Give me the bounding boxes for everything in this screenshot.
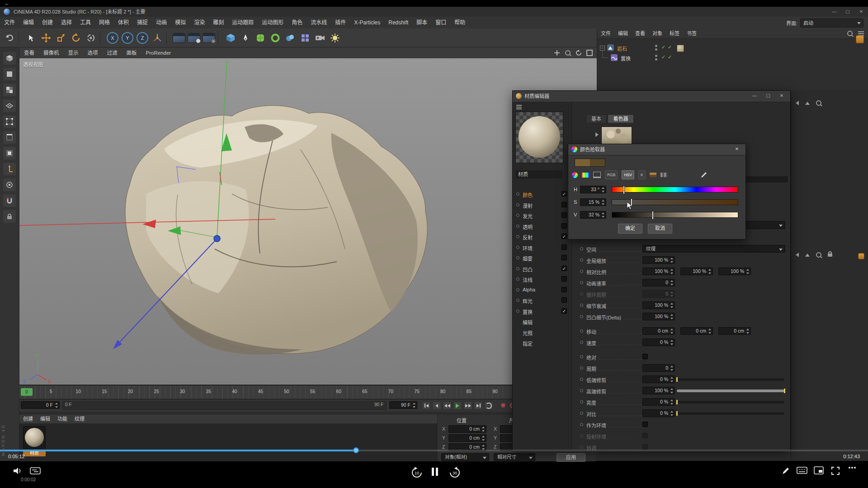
channel-checkbox[interactable]: ✓ (561, 266, 567, 271)
light-icon[interactable] (328, 31, 342, 45)
workplane-mode-icon[interactable] (3, 99, 16, 112)
shader-value-field[interactable]: 0 (642, 290, 675, 298)
options-burger-icon[interactable] (516, 104, 522, 110)
hsv-mode-button[interactable]: HSV (622, 170, 634, 179)
points-mode-icon[interactable] (3, 115, 16, 128)
main-menu-item[interactable]: 选择 (57, 17, 76, 28)
material-channel-item[interactable]: 颜色✓ (515, 189, 569, 199)
slider-knob[interactable] (676, 377, 678, 382)
material-manager-menu-item[interactable]: 纹理 (71, 414, 88, 423)
enable-check-icon[interactable]: ✓ (668, 44, 672, 50)
shader-value-field[interactable]: 0 % (642, 375, 675, 383)
material-manager-menu-item[interactable]: 编辑 (37, 414, 54, 423)
volume-builder-icon[interactable] (283, 31, 297, 45)
main-menu-item[interactable]: 工具 (76, 17, 95, 28)
lock-icon[interactable] (828, 253, 832, 257)
mixer-icon[interactable] (650, 171, 656, 178)
object-row[interactable]: 置换 ✓ ✓ (597, 53, 868, 63)
shader-property-row[interactable]: 周期0 (579, 364, 788, 373)
object-row[interactable]: − 岩石 ✓ ✓ (597, 43, 868, 53)
move-tool-icon[interactable] (39, 31, 53, 45)
channel-checkbox[interactable] (561, 287, 567, 292)
channel-checkbox[interactable]: ✓ (561, 308, 567, 314)
more-options-icon[interactable] (848, 466, 856, 469)
viewport-menu-item[interactable]: 过滤 (103, 47, 122, 58)
channel-checkbox[interactable] (561, 202, 567, 207)
end-frame-field[interactable]: 90 F (389, 401, 417, 409)
object-manager-menu-item[interactable]: 书签 (683, 28, 700, 38)
ok-button[interactable]: 确定 (618, 224, 642, 234)
channel-checkbox[interactable]: ✓ (561, 234, 567, 239)
object-name[interactable]: 岩石 (617, 45, 627, 52)
channel-checkbox[interactable] (561, 297, 567, 303)
add-cube-icon[interactable] (224, 31, 237, 45)
material-manager-menu-item[interactable]: 功能 (54, 414, 71, 423)
shader-value-field[interactable]: 100 % (718, 267, 751, 275)
viewport-menu-item[interactable]: 选项 (83, 47, 103, 58)
play-button[interactable] (453, 401, 462, 410)
interface-dropdown[interactable]: 启动 (800, 19, 863, 28)
shader-checkbox[interactable] (642, 354, 648, 359)
danmaku-icon[interactable] (30, 466, 41, 475)
hue-bar[interactable] (612, 187, 738, 192)
tab-着色器[interactable]: 着色器 (608, 114, 634, 123)
cancel-button[interactable]: 取消 (648, 224, 672, 234)
main-menu-item[interactable]: 编辑 (19, 17, 38, 28)
main-menu-item[interactable]: 动画 (152, 17, 171, 28)
fullscreen-icon[interactable] (831, 466, 840, 475)
main-menu-item[interactable]: 创建 (38, 17, 57, 28)
shader-property-row[interactable]: 凹凸细节(Delta)100 % (579, 312, 788, 321)
render-settings-icon[interactable] (202, 31, 216, 45)
material-channel-item[interactable]: 环境 (515, 243, 569, 253)
enable-check-icon[interactable]: ✓ (661, 54, 665, 60)
viewport-toggle-icon[interactable] (586, 49, 593, 56)
shader-value-field[interactable]: 100 % (642, 387, 675, 394)
main-menu-item[interactable]: 插件 (331, 17, 350, 28)
shader-property-row[interactable]: 相对比例100 %100 %100 % (579, 267, 788, 276)
timeline-ruler[interactable]: 51015202530354045505560657075808590 0 (19, 385, 597, 399)
minimize-button[interactable]: — (827, 7, 841, 17)
visibility-dots[interactable] (655, 55, 657, 62)
shader-property-row[interactable]: 作为环境 (579, 420, 788, 429)
shader-property-row[interactable]: 循环周期0 (579, 290, 788, 299)
loop-button[interactable] (484, 401, 493, 410)
main-menu-item[interactable]: Redshift (384, 17, 412, 28)
material-channel-item[interactable]: 漫射 (515, 200, 569, 210)
mograph-cloner-icon[interactable] (298, 31, 312, 45)
goto-start-button[interactable] (422, 401, 431, 410)
viewport-menu-item[interactable]: 面板 (122, 47, 142, 58)
material-channel-item[interactable]: Alpha (515, 285, 569, 295)
swatches-icon[interactable] (660, 171, 667, 178)
shader-property-row[interactable]: 全局缩放100 % (579, 256, 788, 265)
viewport-menu-item[interactable]: 显示 (64, 47, 83, 58)
channel-checkbox[interactable] (561, 276, 567, 282)
video-progress-bar[interactable] (0, 450, 868, 451)
layout-tab-icon[interactable] (856, 35, 864, 43)
scale-tool-icon[interactable] (54, 31, 68, 45)
enable-check-icon[interactable]: ✓ (661, 44, 665, 50)
shader-property-row[interactable]: 高端修剪100 % (579, 386, 788, 395)
enable-axis-icon[interactable] (3, 163, 16, 175)
rgb-mode-button[interactable]: RGB (605, 170, 618, 179)
sweep-generator-icon[interactable] (269, 31, 282, 45)
attr-search-icon[interactable] (816, 100, 821, 106)
shader-slider[interactable] (677, 412, 784, 415)
back-arrow-icon[interactable]: ← (5, 0, 9, 6)
axis-y-button[interactable]: Y (122, 32, 133, 44)
edit-pencil-icon[interactable] (781, 466, 790, 475)
object-name[interactable]: 置换 (621, 55, 631, 62)
timeline-playhead[interactable]: 0 (21, 388, 33, 396)
main-menu-item[interactable]: 网格 (95, 17, 114, 28)
undo-icon[interactable] (3, 31, 16, 45)
channel-checkbox[interactable] (561, 244, 567, 250)
color-picker-titlebar[interactable]: 颜色拾取器 ✕ (568, 144, 745, 155)
shader-checkbox[interactable] (642, 444, 648, 450)
material-channel-item[interactable]: 反射✓ (515, 232, 569, 242)
main-menu-item[interactable]: 文件 (0, 17, 19, 28)
shader-property-row[interactable]: 动画速率0 (579, 278, 788, 287)
attr-up-icon[interactable] (805, 102, 810, 105)
visibility-dots[interactable] (655, 45, 657, 52)
previous-frame-button[interactable] (443, 401, 452, 410)
texture-tag-icon[interactable] (677, 45, 684, 52)
shader-slider[interactable] (677, 401, 784, 404)
